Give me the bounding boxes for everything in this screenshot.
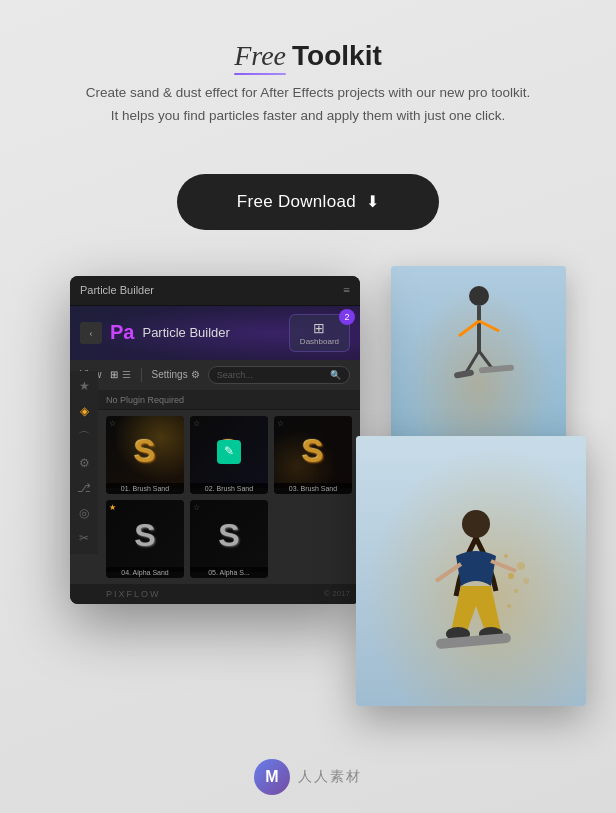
dashboard-badge: 2: [339, 309, 355, 325]
grid-item-3[interactable]: ☆ S 03. Brush Sand: [274, 416, 352, 494]
grid-item-5[interactable]: ☆ S 05. Alpha S...: [190, 500, 268, 578]
svg-point-0: [469, 286, 489, 306]
search-placeholder-text: Search...: [217, 370, 253, 380]
svg-point-8: [462, 510, 490, 538]
toolbar-view-icons: ⊞ ☰: [110, 369, 131, 380]
app-window: Particle Builder ≡ ‹ Pa Particle Builder…: [70, 276, 360, 604]
watermark: M 人人素材: [254, 759, 362, 795]
item1-letter: S: [134, 433, 155, 470]
sidebar-branch-icon[interactable]: ⎇: [77, 481, 91, 496]
item3-label: 03. Brush Sand: [274, 483, 352, 494]
no-plugin-badge: No Plugin Required: [70, 391, 360, 410]
svg-point-15: [514, 589, 518, 593]
logo-pa: Pa: [110, 321, 134, 344]
app-sidebar: ★ ◈ ⌒ ⚙ ⎇ ◎ ✂: [70, 371, 98, 554]
logo-area: ‹ Pa Particle Builder: [80, 321, 230, 344]
title-free: Free: [234, 40, 286, 72]
item5-star: ☆: [193, 503, 200, 512]
item2-star: ☆: [193, 419, 200, 428]
svg-point-18: [523, 578, 529, 584]
sidebar-tool-icon[interactable]: ✂: [79, 531, 89, 546]
item4-letter: S: [134, 517, 155, 554]
download-label: Free Download: [237, 192, 356, 212]
svg-rect-7: [478, 364, 513, 373]
item3-star: ☆: [277, 419, 284, 428]
grid-item-2[interactable]: ☆ S ✎ 02. Brush Sand: [190, 416, 268, 494]
app-footer: PIXFLOW © 2017: [70, 584, 360, 604]
sidebar-star-icon[interactable]: ★: [79, 379, 90, 394]
footer-copyright: © 2017: [324, 589, 350, 598]
title-line: Free Toolkit: [86, 40, 530, 72]
toolbar-settings[interactable]: Settings ⚙: [152, 369, 200, 380]
svg-point-14: [508, 573, 514, 579]
sidebar-horseshoe-icon[interactable]: ⌒: [78, 429, 90, 446]
page-wrapper: Free Toolkit Create sand & dust effect f…: [0, 0, 616, 813]
back-button[interactable]: ‹: [80, 322, 102, 344]
sidebar-particle-icon[interactable]: ◈: [80, 404, 89, 419]
svg-line-10: [491, 561, 516, 571]
footer-logo: PIXFLOW: [106, 589, 161, 599]
watermark-text: 人人素材: [298, 768, 362, 786]
item1-star: ☆: [109, 419, 116, 428]
item2-label: 02. Brush Sand: [190, 483, 268, 494]
download-button[interactable]: Free Download ⬇: [177, 174, 440, 230]
subtitle: Create sand & dust effect for After Effe…: [86, 82, 530, 128]
svg-point-19: [507, 604, 511, 608]
hamburger-icon[interactable]: ≡: [343, 283, 350, 298]
item1-label: 01. Brush Sand: [106, 483, 184, 494]
dashboard-icon: ⊞: [300, 320, 339, 337]
svg-rect-6: [453, 369, 474, 378]
app-toolbar: View ⊞ ☰ Settings ⚙ Search... 🔍: [70, 360, 360, 391]
title-toolkit: Toolkit: [292, 40, 382, 72]
svg-point-16: [517, 562, 525, 570]
toolbar-search[interactable]: Search... 🔍: [208, 366, 350, 384]
skater-svg-small: [429, 276, 529, 416]
check-icon: ✎: [224, 444, 234, 459]
item3-letter: S: [302, 433, 323, 470]
item5-label: 05. Alpha S...: [190, 567, 268, 578]
grid-view-icon[interactable]: ⊞: [110, 369, 118, 380]
list-view-icon[interactable]: ☰: [122, 369, 131, 380]
logo-title: Particle Builder: [142, 325, 229, 340]
skater-svg-large: [401, 496, 541, 696]
watermark-logo: M: [254, 759, 290, 795]
header-section: Free Toolkit Create sand & dust effect f…: [86, 40, 530, 128]
svg-point-17: [504, 554, 508, 558]
svg-line-3: [479, 321, 499, 331]
download-icon: ⬇: [366, 192, 379, 211]
visuals-section: Particle Builder ≡ ‹ Pa Particle Builder…: [20, 266, 596, 716]
grid-item-1[interactable]: ☆ S 01. Brush Sand: [106, 416, 184, 494]
sidebar-target-icon[interactable]: ◎: [79, 506, 89, 521]
photo-card-2: [356, 436, 586, 706]
grid-item-4[interactable]: ★ S 04. Alpha Sand: [106, 500, 184, 578]
item4-star: ★: [109, 503, 116, 512]
search-icon: 🔍: [330, 370, 341, 380]
item4-label: 04. Alpha Sand: [106, 567, 184, 578]
item5-letter: S: [218, 517, 239, 554]
app-titlebar: Particle Builder ≡: [70, 276, 360, 306]
app-title-text: Particle Builder: [80, 284, 154, 296]
svg-line-2: [459, 321, 479, 336]
item2-overlay: ✎: [217, 440, 241, 464]
app-header: ‹ Pa Particle Builder 2 ⊞ Dashboard: [70, 306, 360, 360]
dashboard-button[interactable]: 2 ⊞ Dashboard: [289, 314, 350, 352]
toolbar-separator: [141, 368, 142, 382]
dashboard-label: Dashboard: [300, 337, 339, 346]
settings-icon: ⚙: [191, 369, 200, 380]
sidebar-gear-icon[interactable]: ⚙: [79, 456, 90, 471]
app-grid: ☆ S 01. Brush Sand ☆ S ✎ 02. B: [70, 410, 360, 584]
